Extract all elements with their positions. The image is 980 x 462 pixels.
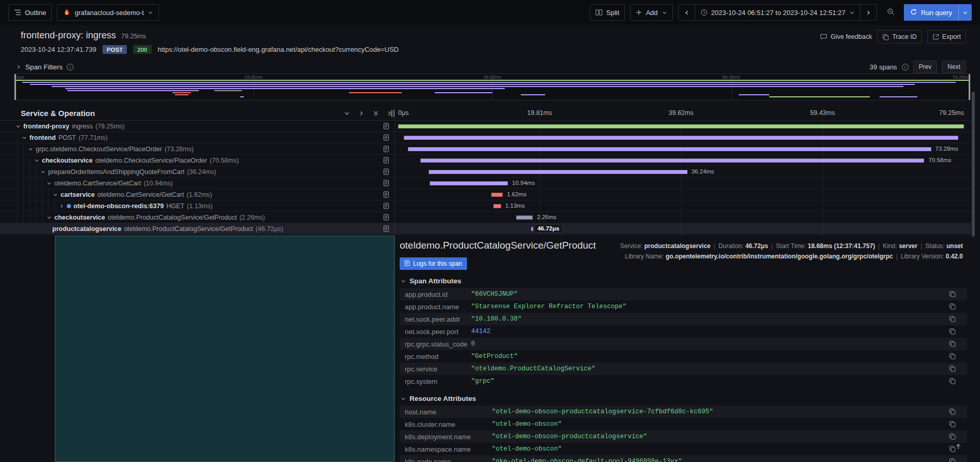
- span-logs-icon[interactable]: [383, 191, 389, 199]
- span-bar[interactable]: [420, 158, 925, 163]
- span-bar[interactable]: [430, 181, 508, 185]
- time-range-text: 2023-10-24 06:51:27 to 2023-10-24 12:51:…: [711, 9, 846, 17]
- collapse-one-icon[interactable]: [344, 110, 350, 117]
- trace-minimap[interactable]: 0μs19.81ms39.62ms59.43ms79.25ms: [14, 74, 971, 100]
- split-button[interactable]: Split: [590, 4, 625, 21]
- attribute-value: "otel-demo-obscon-productcatalogservice-…: [492, 408, 713, 415]
- span-bar[interactable]: [493, 204, 501, 208]
- collapse-all-icon[interactable]: [373, 110, 379, 117]
- collapse-chevron-icon[interactable]: [46, 215, 52, 220]
- logs-for-span-button[interactable]: Logs for this span: [400, 257, 467, 270]
- indent-guide: [17, 178, 18, 189]
- vertical-scrollbar[interactable]: [971, 25, 975, 462]
- run-query-button[interactable]: Run query: [904, 4, 958, 21]
- collapse-chevron-icon[interactable]: [34, 158, 39, 163]
- indent-guide: [30, 155, 30, 166]
- span-timeline-cell: 73.28ms: [398, 143, 964, 154]
- span-row[interactable]: checkoutserviceoteldemo.CheckoutService/…: [0, 155, 971, 166]
- time-shift-forward-button[interactable]: [860, 5, 876, 20]
- span-bar[interactable]: [404, 136, 958, 140]
- collapse-chevron-icon[interactable]: [52, 192, 58, 197]
- trace-id-button[interactable]: Trace ID: [877, 30, 922, 44]
- minimap-span-segment: [349, 92, 402, 93]
- span-bar[interactable]: [516, 215, 533, 220]
- attributes-section-header[interactable]: Span Attributes: [401, 277, 971, 285]
- span-logs-icon[interactable]: [383, 225, 389, 234]
- attribute-key: k8s.cluster.name: [405, 421, 492, 428]
- attribute-key: k8s.deployment.name: [405, 433, 492, 441]
- attributes-section-header[interactable]: Resource Attributes: [401, 395, 971, 402]
- span-logs-icon[interactable]: [383, 214, 389, 222]
- give-feedback-button[interactable]: Give feedback: [820, 33, 872, 40]
- expand-chevron-icon[interactable]: [58, 204, 64, 209]
- attribute-value: "66VCHSJNUP": [471, 291, 518, 298]
- outline-icon: [14, 9, 21, 16]
- span-logs-icon[interactable]: [383, 146, 389, 154]
- collapse-chevron-icon[interactable]: [46, 181, 52, 186]
- collapse-chevron-icon[interactable]: [15, 124, 21, 129]
- indent-guide: [36, 200, 36, 211]
- meta-separator: |: [893, 253, 901, 260]
- span-row[interactable]: grpc.oteldemo.CheckoutService/PlaceOrder…: [0, 143, 971, 155]
- span-filters-label: Span Filters: [25, 63, 63, 71]
- datasource-picker[interactable]: grafanacloud-sedemo-t: [57, 4, 159, 21]
- copy-value-icon[interactable]: [949, 421, 956, 429]
- collapse-chevron-icon[interactable]: [27, 147, 33, 152]
- http-method-badge: POST: [103, 45, 127, 54]
- copy-value-icon[interactable]: [949, 303, 956, 311]
- minimap-left-handle[interactable]: [14, 74, 16, 100]
- copy-value-icon[interactable]: [949, 408, 956, 416]
- scrollbar-thumb[interactable]: [972, 92, 975, 237]
- minimap-right-handle[interactable]: [969, 74, 970, 100]
- trace-url: https://otel-demo-obscon.field-eng.grafa…: [158, 46, 399, 53]
- copy-value-icon[interactable]: [949, 315, 956, 324]
- time-shift-back-button[interactable]: [679, 5, 695, 20]
- time-range-button[interactable]: 2023-10-24 06:51:27 to 2023-10-24 12:51:…: [695, 5, 860, 20]
- copy-value-icon[interactable]: [949, 433, 956, 441]
- span-logs-icon[interactable]: [383, 134, 389, 142]
- span-bar[interactable]: [491, 193, 503, 197]
- trace-timestamp: 2023-10-24 12:37:41.739: [21, 46, 96, 53]
- span-row[interactable]: frontend-proxyingress(79.25ms): [0, 121, 971, 132]
- copy-value-icon[interactable]: [949, 353, 956, 361]
- copy-value-icon[interactable]: [949, 340, 956, 349]
- span-row[interactable]: oteldemo.CartService/GetCart(10.94ms)10.…: [0, 178, 971, 189]
- span-row-label: frontend-proxyingress(79.25ms): [0, 121, 394, 132]
- span-bar[interactable]: [429, 170, 688, 174]
- export-button[interactable]: Export: [927, 30, 966, 44]
- span-bar[interactable]: [531, 227, 533, 231]
- span-logs-icon[interactable]: [383, 157, 389, 165]
- copy-value-icon[interactable]: [949, 365, 956, 373]
- collapse-chevron-icon[interactable]: [21, 135, 27, 140]
- copy-value-icon[interactable]: [949, 328, 956, 336]
- span-bar[interactable]: [398, 124, 964, 128]
- span-bar[interactable]: [408, 147, 931, 151]
- scroll-to-top-button[interactable]: [955, 443, 962, 452]
- indent-guide: [36, 223, 36, 234]
- copy-value-icon[interactable]: [949, 291, 956, 299]
- span-logs-icon[interactable]: [383, 123, 389, 131]
- span-logs-icon[interactable]: [383, 203, 389, 211]
- span-logs-icon[interactable]: [383, 180, 389, 188]
- span-row[interactable]: otel-demo-obscon-redis:6379HGET(1.13ms)1…: [0, 200, 971, 212]
- expand-one-icon[interactable]: [358, 110, 364, 117]
- indent-guide: [36, 166, 36, 177]
- meta-value: 18.68ms (12:37:41.757): [808, 242, 875, 250]
- span-filters-toggle[interactable]: Span Filters i: [16, 63, 74, 71]
- span-row[interactable]: cartserviceoteldemo.CartService/GetCart(…: [0, 189, 971, 200]
- span-row[interactable]: prepareOrderItemsAndShippingQuoteFromCar…: [0, 166, 971, 178]
- span-logs-icon[interactable]: [383, 168, 389, 177]
- prev-span-button[interactable]: Prev: [913, 61, 938, 73]
- span-row[interactable]: checkoutserviceoteldemo.ProductCatalogSe…: [0, 212, 971, 223]
- add-button[interactable]: Add: [630, 4, 672, 21]
- span-row[interactable]: frontendPOST(77.71ms): [0, 132, 971, 143]
- operation-name: oteldemo.CartService/GetCart: [54, 180, 141, 187]
- copy-value-icon[interactable]: [949, 378, 956, 386]
- zoom-out-button[interactable]: [882, 4, 899, 21]
- outline-toggle-button[interactable]: Outline: [8, 4, 52, 21]
- run-query-caret-button[interactable]: [958, 4, 972, 21]
- next-span-button[interactable]: Next: [942, 61, 966, 73]
- span-row[interactable]: productcatalogserviceoteldemo.ProductCat…: [0, 223, 971, 235]
- copy-value-icon[interactable]: [949, 458, 956, 462]
- collapse-chevron-icon[interactable]: [40, 169, 46, 175]
